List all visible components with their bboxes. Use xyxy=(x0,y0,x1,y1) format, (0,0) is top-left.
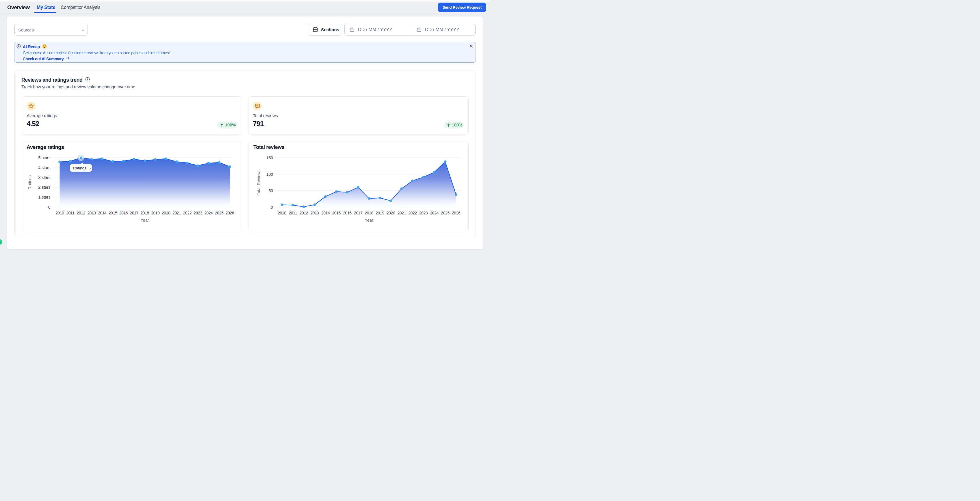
svg-text:2011: 2011 xyxy=(289,210,297,215)
svg-text:2022: 2022 xyxy=(183,210,192,215)
svg-text:2013: 2013 xyxy=(87,210,96,215)
svg-text:2014: 2014 xyxy=(321,210,330,215)
svg-text:Year: Year xyxy=(140,217,149,222)
svg-text:0: 0 xyxy=(48,205,50,209)
svg-text:0: 0 xyxy=(271,205,273,209)
svg-text:2016: 2016 xyxy=(343,210,352,215)
svg-text:2024: 2024 xyxy=(430,210,439,215)
svg-text:2024: 2024 xyxy=(204,210,213,215)
svg-text:2025: 2025 xyxy=(441,210,450,215)
svg-text:Year: Year xyxy=(364,217,373,222)
svg-text:2017: 2017 xyxy=(130,210,138,215)
svg-text:2025: 2025 xyxy=(215,210,223,215)
svg-text:Ratings: Ratings xyxy=(27,175,32,189)
svg-text:5 stars: 5 stars xyxy=(38,155,50,160)
svg-text:4 stars: 4 stars xyxy=(38,165,50,170)
svg-text:2010: 2010 xyxy=(55,210,64,215)
svg-text:2015: 2015 xyxy=(108,210,117,215)
svg-text:2026: 2026 xyxy=(452,210,460,215)
svg-text:2018: 2018 xyxy=(140,210,149,215)
svg-text:2018: 2018 xyxy=(364,210,373,215)
svg-text:2020: 2020 xyxy=(386,210,395,215)
svg-text:50: 50 xyxy=(269,188,273,193)
svg-text:2019: 2019 xyxy=(375,210,384,215)
svg-text:2021: 2021 xyxy=(172,210,181,215)
svg-text:2012: 2012 xyxy=(76,210,85,215)
svg-text:Total Reviews: Total Reviews xyxy=(256,170,261,195)
svg-text:2026: 2026 xyxy=(225,210,234,215)
svg-text:2019: 2019 xyxy=(151,210,159,215)
svg-text:2010: 2010 xyxy=(278,210,286,215)
svg-text:2 stars: 2 stars xyxy=(38,185,50,190)
svg-text:2021: 2021 xyxy=(397,210,406,215)
svg-text:2017: 2017 xyxy=(354,210,362,215)
svg-text:2023: 2023 xyxy=(419,210,428,215)
svg-text:Ratings: 5: Ratings: 5 xyxy=(73,166,91,170)
svg-text:2022: 2022 xyxy=(408,210,417,215)
svg-text:2012: 2012 xyxy=(299,210,308,215)
svg-text:150: 150 xyxy=(266,155,273,160)
svg-text:100: 100 xyxy=(266,172,273,176)
svg-text:2014: 2014 xyxy=(98,210,106,215)
svg-text:2016: 2016 xyxy=(119,210,128,215)
svg-text:2023: 2023 xyxy=(194,210,202,215)
svg-text:2020: 2020 xyxy=(162,210,170,215)
svg-text:2015: 2015 xyxy=(332,210,340,215)
svg-text:2013: 2013 xyxy=(310,210,319,215)
svg-text:3 stars: 3 stars xyxy=(38,175,50,179)
svg-text:1 stars: 1 stars xyxy=(38,195,50,200)
svg-text:2011: 2011 xyxy=(66,210,75,215)
